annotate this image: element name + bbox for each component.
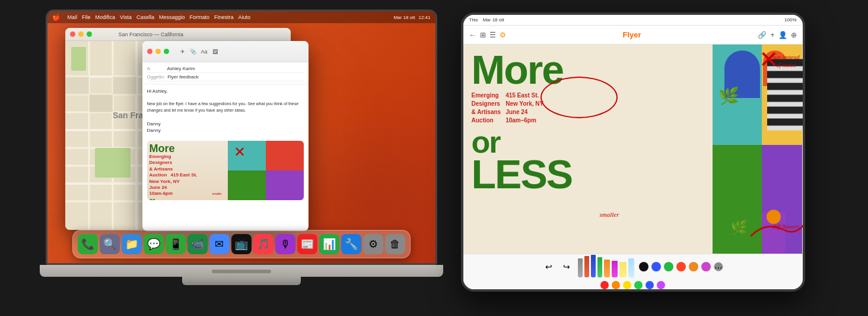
- menu-finestra[interactable]: Finestra: [214, 14, 234, 20]
- maximize-button[interactable]: [87, 31, 92, 37]
- ipad-more-icon[interactable]: ⊕: [791, 31, 797, 39]
- ipad-toolbar-center: Flyer: [511, 30, 753, 39]
- mail-body-text: New job on the flyer. I have a few sugge…: [147, 101, 304, 113]
- dock-numbers-icon[interactable]: 📊: [319, 234, 339, 254]
- menu-bar: 🍎 Mail File Modifica Vista Casella Messa…: [47, 11, 435, 23]
- pencil-tools: [578, 255, 634, 279]
- tool-pen[interactable]: [612, 261, 618, 277]
- ipad-grid-icon[interactable]: ⊞: [480, 31, 486, 39]
- mail-minimize-button[interactable]: [155, 49, 161, 54]
- menu-mail[interactable]: Mail: [68, 14, 78, 20]
- svg-rect-25: [767, 83, 803, 90]
- macbook-screen: 🍎 Mail File Modifica Vista Casella Messa…: [46, 10, 437, 265]
- tool-pencil-2[interactable]: [584, 256, 589, 277]
- svg-rect-21: [113, 77, 136, 94]
- bottom-color-red[interactable]: [600, 281, 609, 289]
- dock-systemprefs-icon[interactable]: ⚙: [363, 234, 383, 254]
- menu-messaggio[interactable]: Messaggio: [159, 14, 185, 20]
- menubar-time: 12:41: [418, 15, 430, 20]
- svg-rect-26: [767, 94, 803, 102]
- dock-trash-icon[interactable]: 🗑: [385, 234, 405, 254]
- menu-casella[interactable]: Casella: [136, 14, 154, 20]
- maps-title: San Francisco — California: [119, 31, 184, 37]
- bottom-color-violet[interactable]: [657, 281, 665, 289]
- bottom-color-blue[interactable]: [646, 281, 654, 289]
- menu-formato[interactable]: Formato: [189, 14, 209, 20]
- tool-highlighter[interactable]: [619, 262, 627, 277]
- color-orange[interactable]: [689, 262, 698, 271]
- annotation-smaller: smaller: [600, 211, 619, 218]
- flyer-less-text: LESS: [472, 156, 704, 192]
- bottom-color-orange[interactable]: [612, 281, 620, 289]
- ipad-list-icon[interactable]: ☰: [489, 31, 496, 39]
- mail-to-field: A: Ashley Karim: [147, 65, 304, 73]
- dock: 📞 🔍 📁 💬 📱 📹 ✉ 📺 🎵 🎙 📰 📊 🔧 ⚙ 🗑: [72, 230, 411, 258]
- ipad-outer: This Mar 18 ott 100% ← ⊞ ☰ ⚙ Flyer: [461, 12, 805, 292]
- dock-mail-icon[interactable]: ✉: [209, 234, 230, 254]
- dock-phone-icon[interactable]: 📱: [166, 234, 186, 254]
- ipad-flyer-main: More EmergingDesigners& ArtisansAuction …: [463, 45, 803, 254]
- close-button[interactable]: [70, 31, 75, 37]
- mail-compose-window[interactable]: ✈ 📎 Aa 🖼 A: Ashley Karim Oggetto: Flyer …: [142, 41, 309, 231]
- flyer-detail-col1: EmergingDesigners& ArtisansAuction: [472, 91, 501, 125]
- color-purple[interactable]: [701, 262, 711, 271]
- dock-music-icon[interactable]: 🎵: [253, 234, 274, 254]
- apple-menu[interactable]: 🍎: [52, 14, 61, 21]
- red-scribble: [748, 218, 802, 242]
- mail-body[interactable]: Hi Ashley, New job on the flyer. I have …: [142, 84, 309, 137]
- mail-close-button[interactable]: [147, 49, 152, 54]
- tool-pencil-4[interactable]: [597, 257, 602, 277]
- ipad-status-right: 100%: [784, 17, 796, 23]
- tool-pencil-3[interactable]: [591, 255, 596, 277]
- menu-modifica[interactable]: Modifica: [96, 14, 116, 20]
- flyer-thumb-details: EmergingDesigners& ArtisansAuction 415 E…: [150, 154, 225, 197]
- bottom-color-yellow[interactable]: [623, 281, 631, 289]
- undo-button[interactable]: ↩: [542, 260, 555, 273]
- color-black[interactable]: [639, 262, 648, 271]
- ipad-status-bar: This Mar 18 ott 100%: [463, 15, 803, 26]
- mail-photo-icon[interactable]: 🖼: [212, 49, 218, 55]
- dock-spotlight-icon[interactable]: 🔍: [100, 234, 120, 254]
- macbook-stand: [182, 277, 301, 285]
- color-blue[interactable]: [651, 262, 661, 271]
- dock-facetime-icon[interactable]: 📞: [78, 234, 98, 254]
- menu-file[interactable]: File: [82, 14, 91, 20]
- tool-pencil-1[interactable]: [578, 258, 583, 277]
- bottom-color-row: [600, 281, 665, 289]
- annotation-sun: sun insteadof moon: [772, 53, 799, 69]
- ipad-settings-icon[interactable]: ⚙: [500, 31, 506, 39]
- dock-finder-icon[interactable]: 📁: [122, 234, 142, 254]
- color-red[interactable]: [676, 262, 686, 271]
- dock-facetime2-icon[interactable]: 📹: [187, 234, 208, 254]
- dock-news-icon[interactable]: 📰: [297, 234, 317, 254]
- drawing-tools-row: ↩ ↪: [542, 255, 723, 279]
- ipad-back-icon[interactable]: ←: [469, 31, 476, 39]
- mail-send-icon[interactable]: ✈: [180, 49, 185, 55]
- menu-vista[interactable]: Vista: [120, 14, 132, 20]
- minimize-button[interactable]: [78, 31, 84, 37]
- ipad-share-icon[interactable]: 👤: [778, 31, 787, 39]
- ipad-add-icon[interactable]: +: [770, 31, 774, 39]
- redo-button[interactable]: ↪: [560, 260, 573, 273]
- mail-attach-icon[interactable]: 📎: [190, 49, 196, 55]
- bottom-color-green[interactable]: [634, 281, 643, 289]
- dock-podcasts-icon[interactable]: 🎙: [275, 234, 295, 254]
- thumb-x-mark: ✕: [234, 144, 246, 160]
- mail-format-icon[interactable]: Aa: [201, 49, 208, 55]
- dock-appletv-icon[interactable]: 📺: [231, 234, 252, 254]
- color-more-button[interactable]: ···: [714, 262, 723, 271]
- flyer-more-text: More: [472, 52, 704, 88]
- dock-messages-icon[interactable]: 💬: [144, 234, 164, 254]
- ipad-status-left: This Mar 18 ott: [469, 17, 504, 23]
- color-green[interactable]: [664, 262, 673, 271]
- mail-attachment: More EmergingDesigners& ArtisansAuction …: [147, 141, 304, 200]
- plant-icon-left: 🌿: [718, 86, 739, 106]
- mail-maximize-button[interactable]: [164, 49, 169, 54]
- dock-xcode-icon[interactable]: 🔧: [341, 234, 361, 254]
- ipad-app-name: This: [469, 17, 478, 23]
- tool-marker[interactable]: [604, 260, 610, 277]
- ipad-lasso-icon[interactable]: 🔗: [758, 31, 767, 39]
- menu-aiuto[interactable]: Aiuto: [238, 14, 250, 20]
- tool-watercolor[interactable]: [628, 258, 634, 277]
- mail-subject-value: Flyer feedback: [167, 74, 198, 80]
